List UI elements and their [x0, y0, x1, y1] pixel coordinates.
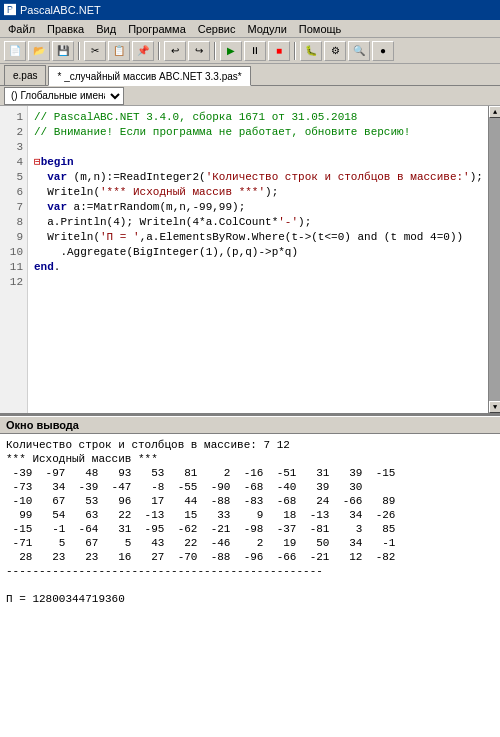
code-editor[interactable]: // PascalABC.NET 3.4.0, сборка 1671 от 3… [28, 106, 488, 413]
tab-e-pas[interactable]: e.pas [4, 65, 46, 85]
toolbar: 📄 📂 💾 ✂ 📋 📌 ↩ ↪ ▶ ⏸ ■ 🐛 ⚙ 🔍 ● [0, 38, 500, 64]
menu-view[interactable]: Вид [90, 22, 122, 36]
toolbar-sep-2 [158, 42, 160, 60]
menu-edit[interactable]: Правка [41, 22, 90, 36]
menu-program[interactable]: Программа [122, 22, 192, 36]
tb-stop[interactable]: ■ [268, 41, 290, 61]
tab-random-array[interactable]: * _случайный массив ABC.NET 3.3.pas* [48, 66, 250, 86]
scroll-up-btn[interactable]: ▲ [489, 106, 500, 118]
app-title: PascalABC.NET [20, 4, 101, 16]
tb-cut[interactable]: ✂ [84, 41, 106, 61]
line-numbers: 1 2 3 4 5 6 7 8 9 10 11 12 [0, 106, 28, 413]
title-bar: 🅿 PascalABC.NET [0, 0, 500, 20]
tb-run[interactable]: ▶ [220, 41, 242, 61]
tb-breakpoint[interactable]: ● [372, 41, 394, 61]
app-icon: 🅿 [4, 3, 16, 17]
menu-modules[interactable]: Модули [241, 22, 292, 36]
menu-service[interactable]: Сервис [192, 22, 242, 36]
menu-help[interactable]: Помощь [293, 22, 348, 36]
editor-tabs: e.pas * _случайный массив ABC.NET 3.3.pa… [0, 64, 500, 86]
tb-open[interactable]: 📂 [28, 41, 50, 61]
tb-paste[interactable]: 📌 [132, 41, 154, 61]
tb-watch[interactable]: 🔍 [348, 41, 370, 61]
output-panel: Окно вывода Количество строк и столбцов … [0, 416, 500, 737]
scroll-down-btn[interactable]: ▼ [489, 401, 500, 413]
toolbar-sep-4 [294, 42, 296, 60]
scope-dropdown[interactable]: () Глобальные имена [4, 87, 124, 105]
tb-debug[interactable]: 🐛 [300, 41, 322, 61]
tb-step[interactable]: ⚙ [324, 41, 346, 61]
scroll-track[interactable] [489, 118, 500, 401]
dropdown-row: () Глобальные имена [0, 86, 500, 106]
toolbar-sep-1 [78, 42, 80, 60]
output-header: Окно вывода [0, 416, 500, 434]
menu-bar: Файл Правка Вид Программа Сервис Модули … [0, 20, 500, 38]
tb-undo[interactable]: ↩ [164, 41, 186, 61]
output-content: Количество строк и столбцов в массиве: 7… [0, 434, 500, 737]
toolbar-sep-3 [214, 42, 216, 60]
menu-file[interactable]: Файл [2, 22, 41, 36]
tb-redo[interactable]: ↪ [188, 41, 210, 61]
tb-copy[interactable]: 📋 [108, 41, 130, 61]
tb-save[interactable]: 💾 [52, 41, 74, 61]
editor-vscrollbar[interactable]: ▲ ▼ [488, 106, 500, 413]
editor-area: 1 2 3 4 5 6 7 8 9 10 11 12 // PascalABC.… [0, 106, 500, 416]
tb-pause[interactable]: ⏸ [244, 41, 266, 61]
tb-new[interactable]: 📄 [4, 41, 26, 61]
